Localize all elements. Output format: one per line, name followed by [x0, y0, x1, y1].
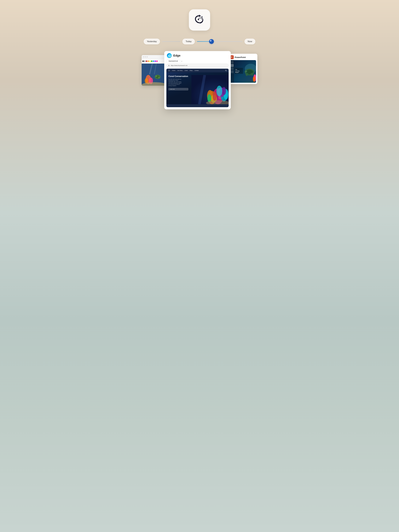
- paint-canvas-bg: [142, 63, 167, 86]
- coral-visual: [191, 75, 229, 104]
- browser-tab-active[interactable]: tinyresearch.net: [166, 60, 180, 63]
- paint-dot-2: [145, 56, 146, 57]
- browser-navbar: ☰ Home Our Story Coral Shop Contact: [166, 69, 229, 72]
- browser-hero: Coral Conservation Dive into coral conse…: [166, 72, 229, 104]
- yesterday-label: Yesterday: [144, 38, 160, 44]
- recall-icon: [194, 14, 205, 26]
- timeline-container: Yesterday Today Now: [144, 38, 255, 44]
- search-icon[interactable]: [225, 70, 227, 71]
- learn-more-button[interactable]: Learn more: [169, 88, 188, 90]
- hamburger-icon[interactable]: ☰: [168, 70, 170, 72]
- new-tab-button[interactable]: +: [181, 60, 183, 63]
- edge-header: Edge: [164, 51, 231, 60]
- color-red[interactable]: [146, 61, 147, 62]
- svg-point-9: [158, 77, 159, 78]
- paint-dot-3: [146, 56, 148, 57]
- paint-canvas[interactable]: [142, 63, 167, 86]
- svg-point-43: [253, 76, 255, 82]
- svg-rect-32: [191, 75, 229, 104]
- browser-content: ☰ Home Our Story Coral Shop Contact Cora: [166, 69, 229, 107]
- nav-contact[interactable]: Contact: [195, 70, 199, 71]
- edge-logo-icon: [167, 53, 172, 58]
- nav-home[interactable]: Home: [172, 70, 175, 71]
- svg-line-15: [226, 71, 227, 71]
- powerpoint-window[interactable]: P PowerPoint: [228, 54, 257, 84]
- url-text: https://www.tinyresearch.net: [171, 65, 227, 66]
- paint-titlebar: [142, 55, 167, 59]
- edge-browser-chrome: tinyresearch.net + https://www.tinyresea…: [164, 60, 231, 69]
- ppt-title: PowerPoint: [235, 56, 246, 58]
- hero-text: Coral Conservation Dive into coral conse…: [169, 75, 188, 90]
- svg-text:Begins: Begins: [235, 72, 239, 73]
- color-blue[interactable]: [153, 61, 154, 62]
- browser-url-bar[interactable]: https://www.tinyresearch.net: [166, 63, 229, 67]
- color-pink[interactable]: [156, 61, 158, 62]
- slider-thumb[interactable]: [209, 39, 214, 44]
- app-icon-container[interactable]: [189, 9, 210, 31]
- svg-text:The: The: [235, 69, 237, 70]
- ppt-slide-content: The Journey Begins: [234, 60, 256, 83]
- svg-point-14: [225, 70, 226, 71]
- paint-toolbar: [142, 59, 167, 63]
- ppt-slide-bg: The Journey Begins: [229, 60, 256, 83]
- color-yellow[interactable]: [149, 61, 151, 62]
- paint-dot-1: [143, 56, 144, 57]
- lock-icon: [168, 65, 170, 66]
- edge-title: Edge: [173, 54, 180, 57]
- ppt-header: P PowerPoint: [228, 54, 257, 60]
- hero-subtitle: Dive into coral conservation by protecti…: [169, 79, 182, 86]
- color-black[interactable]: [142, 61, 144, 62]
- slider-track: [197, 41, 242, 42]
- svg-rect-13: [168, 65, 170, 66]
- browser-tab-bar: tinyresearch.net +: [166, 60, 229, 63]
- ppt-slide-svg: The Journey Begins: [234, 60, 256, 83]
- svg-text:Journey: Journey: [235, 70, 240, 72]
- ppt-content: The Journey Begins: [229, 60, 256, 83]
- page-wrapper: Yesterday Today Now: [137, 0, 262, 123]
- track-left: [162, 41, 180, 42]
- svg-point-37: [245, 70, 247, 72]
- paint-canvas-svg: [142, 63, 167, 86]
- windows-area: Edge tinyresearch.net + https://www.tiny…: [140, 51, 259, 109]
- color-orange[interactable]: [148, 61, 149, 62]
- svg-point-8: [156, 76, 157, 77]
- coral-svg: [191, 75, 229, 104]
- nav-coral[interactable]: Coral: [185, 70, 188, 71]
- edge-window[interactable]: Edge tinyresearch.net + https://www.tiny…: [164, 51, 231, 109]
- timeline-slider[interactable]: [197, 41, 242, 42]
- hero-title: Coral Conservation: [169, 75, 188, 77]
- now-label: Now: [244, 38, 255, 44]
- nav-ourstory[interactable]: Our Story: [177, 70, 183, 71]
- color-purple[interactable]: [155, 61, 156, 62]
- color-gray[interactable]: [144, 61, 146, 62]
- paint-window[interactable]: [142, 55, 167, 86]
- ppt-logo-letter: P: [231, 56, 232, 58]
- nav-shop[interactable]: Shop: [190, 70, 192, 71]
- color-green[interactable]: [151, 61, 152, 62]
- today-label: Today: [182, 38, 195, 44]
